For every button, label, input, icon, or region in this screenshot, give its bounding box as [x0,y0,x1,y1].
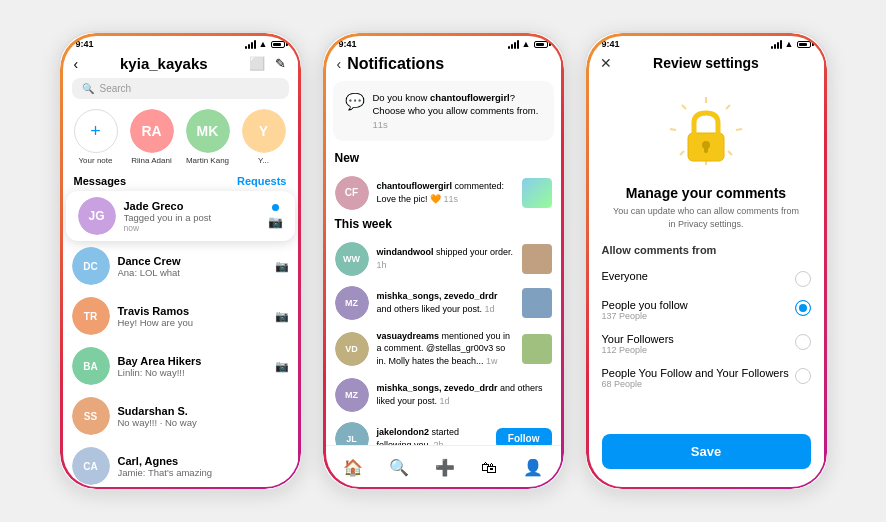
message-item-4[interactable]: SS Sudarshan S. No way!!! · No way [60,391,301,441]
notif-item-2[interactable]: VD vasuaydreams mentioned you in a comme… [323,325,564,373]
radio-circle-2[interactable] [795,334,811,350]
radio-option-0[interactable]: Everyone [586,264,827,293]
message-item-3[interactable]: BA Bay Area Hikers Linlin: No way!!! 📷 [60,341,301,391]
svg-rect-10 [704,145,708,153]
radio-option-2[interactable]: Your Followers 112 People [586,327,827,361]
battery-icon-p3 [797,41,811,48]
notification-banner[interactable]: 💬 Do you know chantouflowergirl? Choose … [333,81,554,141]
nav-home-icon[interactable]: 🏠 [343,458,363,477]
message-item-1[interactable]: DC Dance Crew Ana: LOL what 📷 [60,241,301,291]
radio-name-3: People You Follow and Your Followers [602,367,795,379]
notif-avatar-1: MZ [335,286,369,320]
svg-line-2 [736,129,742,130]
edit-icon[interactable]: ✎ [275,56,286,71]
story-label-3: Y... [258,156,269,165]
msg-text-3: Linlin: No way!!! [118,367,267,378]
notif-item-first[interactable]: CF chantouflowergirl commented: Love the… [323,171,564,215]
msg-text-5: Jamie: That's amazing [118,467,289,478]
msg-text-4: No way!!! · No way [118,417,289,428]
add-note-button[interactable]: + [74,109,118,153]
radio-option-1[interactable]: People you follow 137 People [586,293,827,327]
search-bar[interactable]: 🔍 Search [72,78,289,99]
lock-illustration [586,79,827,185]
story-2[interactable]: MK Martin Kang [184,109,232,165]
radio-count-2: 112 People [602,345,795,355]
notif-avatar-3: MZ [335,378,369,412]
notif-item-0[interactable]: WW windandwool shipped your order. 1h [323,237,564,281]
msg-time-0: now [124,223,260,233]
camera-icon-2: 📷 [275,310,289,323]
status-bar-phone2: 9:41 ▲ [323,33,564,51]
nav-search-icon[interactable]: 🔍 [389,458,409,477]
story-label-2: Martin Kang [186,156,229,165]
msg-content-4: Sudarshan S. No way!!! · No way [118,405,289,428]
this-week-label: This week [323,215,564,237]
status-bar-phone1: 9:41 ▲ [60,33,301,51]
msg-avatar-3: BA [72,347,110,385]
status-bar-phone3: 9:41 ▲ [586,33,827,51]
wifi-icon-p2: ▲ [522,39,531,49]
requests-link[interactable]: Requests [237,175,287,187]
msg-text-1: Ana: LOL what [118,267,267,278]
notif-text-0: windandwool shipped your order. 1h [377,246,514,271]
msg-content-3: Bay Area Hikers Linlin: No way!!! [118,355,267,378]
radio-count-1: 137 People [602,311,795,321]
radio-circle-3[interactable] [795,368,811,384]
search-placeholder: Search [100,83,132,94]
msg-avatar-4: SS [72,397,110,435]
msg-name-4: Sudarshan S. [118,405,289,417]
notif-thumb-2 [522,334,552,364]
story-avatar-2[interactable]: MK [186,109,230,153]
radio-circle-1[interactable] [795,300,811,316]
svg-line-7 [682,105,686,109]
msg-content-5: Carl, Agnes Jamie: That's amazing [118,455,289,478]
msg-avatar-2: TR [72,297,110,335]
search-icon: 🔍 [82,83,94,94]
radio-name-1: People you follow [602,299,795,311]
new-label: New [323,149,564,171]
camera-icon: 📷 [268,215,283,229]
banner-text: Do you know chantouflowergirl? Choose wh… [373,91,542,131]
nav-shop-icon[interactable]: 🛍 [481,459,497,477]
save-button[interactable]: Save [602,434,811,469]
nav-profile-icon[interactable]: 👤 [523,458,543,477]
radio-circle-0[interactable] [795,271,811,287]
camera-icon-3: 📷 [275,360,289,373]
battery-icon-p2 [534,41,548,48]
radio-option-3[interactable]: People You Follow and Your Followers 68 … [586,361,827,395]
story-avatar-3[interactable]: Y [242,109,286,153]
banner-username: chantouflowergirl [430,92,510,103]
story-avatar-1[interactable]: RA [130,109,174,153]
message-item-2[interactable]: TR Travis Ramos Hey! How are you 📷 [60,291,301,341]
phone1-action-icons: ⬜ ✎ [249,56,286,71]
story-3[interactable]: Y Y... [240,109,288,165]
wifi-icon-p3: ▲ [785,39,794,49]
bottom-nav: 🏠 🔍 ➕ 🛍 👤 [323,445,564,489]
msg-name-3: Bay Area Hikers [118,355,267,367]
phone1-username: kyia_kayaks [120,55,208,72]
video-icon[interactable]: ⬜ [249,56,265,71]
notif-item-3[interactable]: MZ mishka_songs, zevedo_drdr and others … [323,373,564,417]
msg-name-5: Carl, Agnes [118,455,289,467]
notif-text-1: mishka_songs, zevedo_drdr and others lik… [377,290,514,315]
story-your-note[interactable]: + Your note [72,109,120,165]
back-icon[interactable]: ‹ [74,56,79,72]
phone1-header: ‹ kyia_kayaks ⬜ ✎ [60,51,301,78]
msg-text-0: Tagged you in a post [124,212,260,223]
notif-text-3: mishka_songs, zevedo_drdr and others lik… [377,382,552,407]
story-1[interactable]: RA Riina Adani [128,109,176,165]
notif-thumb-0 [522,244,552,274]
status-icons-phone1: ▲ [245,39,285,49]
close-button[interactable]: ✕ [600,55,612,71]
radio-name-0: Everyone [602,270,795,282]
back-button-p2[interactable]: ‹ [337,56,342,72]
msg-text-2: Hey! How are you [118,317,267,328]
notif-avatar-0: WW [335,242,369,276]
message-item-highlighted[interactable]: JG Jade Greco Tagged you in a post now 📷 [66,191,295,241]
msg-content-1: Dance Crew Ana: LOL what [118,255,267,278]
nav-add-icon[interactable]: ➕ [435,458,455,477]
message-item-5[interactable]: CA Carl, Agnes Jamie: That's amazing [60,441,301,489]
notif-thumb-1 [522,288,552,318]
camera-icon-1: 📷 [275,260,289,273]
notif-item-1[interactable]: MZ mishka_songs, zevedo_drdr and others … [323,281,564,325]
